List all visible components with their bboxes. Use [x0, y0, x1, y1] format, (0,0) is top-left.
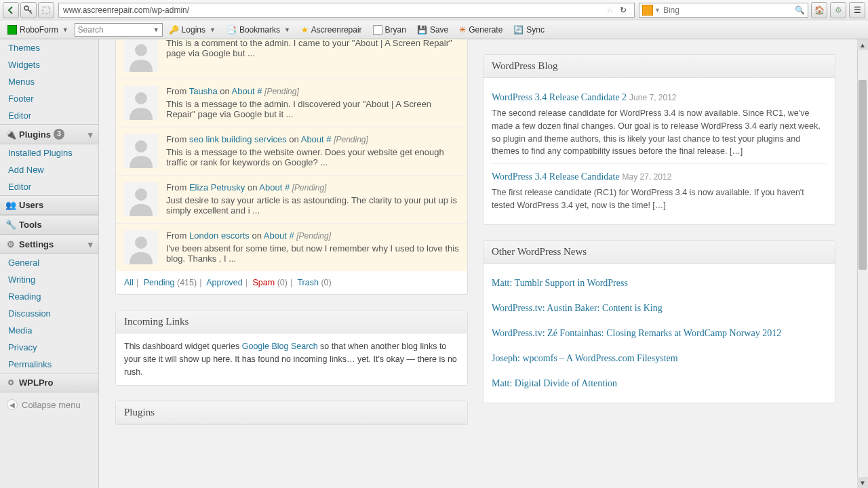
star-icon: ★ — [301, 25, 309, 35]
url-text: www.ascreenrepair.com/wp-admin/ — [63, 5, 604, 15]
sidebar-item-add-new[interactable]: Add New — [0, 161, 98, 178]
sync-button[interactable]: 🔄Sync — [509, 22, 549, 37]
sidebar-item-menus[interactable]: Menus — [0, 73, 98, 90]
star-icon[interactable]: ☆ — [606, 5, 614, 15]
plugin-icon: 🔌 — [5, 129, 16, 140]
key-icon: 🔑 — [169, 25, 179, 35]
roboform-search[interactable]: Search▼ — [75, 23, 163, 37]
collapse-menu[interactable]: ◀ Collapse menu — [0, 392, 98, 417]
news-link[interactable]: WordPress.tv: Zé Fontainhas: Closing Rem… — [492, 321, 827, 346]
incoming-links-widget: Incoming Links This dashboard widget que… — [115, 310, 468, 386]
sidebar-item-installed-plugins[interactable]: Installed Plugins — [0, 144, 98, 161]
search-icon[interactable]: 🔍 — [795, 5, 805, 15]
comment-text: This is a comment to the admin. I came t… — [166, 39, 459, 58]
news-link[interactable]: WordPress 3.4 Release Candidate 2 — [492, 92, 627, 102]
sidebar-head-settings[interactable]: ⚙Settings▾ — [0, 235, 98, 254]
filter-pending[interactable]: Pending — [144, 278, 175, 287]
news-link[interactable]: Matt: Digital Divide of Attention — [492, 371, 827, 396]
gear-icon: ⚙ — [835, 5, 842, 15]
chevron-down-icon: ▼ — [62, 26, 68, 33]
sidebar-item-permalinks[interactable]: Permalinks — [0, 356, 98, 373]
home-icon: 🏠 — [814, 5, 825, 15]
addons-button[interactable]: ⚙ — [830, 2, 846, 18]
widget-title: WordPress Blog — [484, 55, 835, 78]
menu-icon: ☰ — [854, 5, 861, 15]
key-icon — [24, 5, 33, 15]
bookmarks-button[interactable]: 📑Bookmarks▼ — [222, 22, 295, 37]
sidebar-item-footer[interactable]: Footer — [0, 90, 98, 107]
sidebar-item-general[interactable]: General — [0, 254, 98, 271]
comment-target-link[interactable]: About # — [301, 134, 332, 144]
svg-rect-1 — [43, 7, 50, 14]
comment-text: Just desire to say your article is as as… — [166, 195, 459, 216]
filter-trash[interactable]: Trash — [297, 278, 319, 287]
ascreen-button[interactable]: ★Ascreenrepair — [296, 22, 367, 37]
browser-search-bar[interactable]: ▼ 🔍 — [639, 3, 808, 18]
back-button[interactable] — [3, 2, 19, 18]
sidebar-item-editor[interactable]: Editor — [0, 107, 98, 124]
scrollbar[interactable]: ▲ ▼ — [857, 39, 868, 488]
wordpress-blog-widget: WordPress Blog WordPress 3.4 Release Can… — [483, 54, 835, 225]
filter-spam[interactable]: Spam — [252, 278, 275, 287]
dropdown-icon[interactable]: ▼ — [654, 7, 660, 14]
avatar — [124, 86, 158, 120]
bookmark-button[interactable] — [38, 2, 54, 18]
roboform-toolbar: RoboForm▼ Search▼ 🔑Logins▼ 📑Bookmarks▼ ★… — [0, 20, 868, 39]
logins-button[interactable]: 🔑Logins▼ — [164, 22, 220, 37]
roboform-button[interactable]: RoboForm▼ — [3, 22, 73, 37]
identity-button[interactable] — [20, 2, 37, 18]
sidebar-item-privacy[interactable]: Privacy — [0, 339, 98, 356]
pending-tag: [Pending] — [296, 231, 331, 241]
scroll-thumb[interactable] — [859, 80, 867, 270]
recent-comments-widget: This is a comment to the admin. I came t… — [115, 39, 468, 295]
comment-target-link[interactable]: About # — [259, 182, 290, 192]
widget-title: Incoming Links — [116, 310, 467, 333]
reload-button[interactable]: ↻ — [616, 5, 630, 15]
comment-item: From seo link building services on About… — [116, 127, 467, 176]
google-blog-search-link[interactable]: Google Blog Search — [242, 342, 318, 351]
sidebar-item-themes[interactable]: Themes — [0, 39, 98, 56]
sidebar-head-wplpro[interactable]: ⭘WPLPro — [0, 373, 98, 392]
news-link[interactable]: Joseph: wpcomfs – A WordPress.com Filesy… — [492, 346, 827, 371]
sidebar-item-plugin-editor[interactable]: Editor — [0, 178, 98, 195]
comment-author-link[interactable]: London escorts — [189, 230, 250, 241]
settings-icon: ⚙ — [5, 239, 16, 249]
news-date: June 7, 2012 — [629, 93, 676, 102]
news-link[interactable]: WordPress 3.4 Release Candidate — [492, 171, 620, 182]
news-body: The first release candidate (RC1) for Wo… — [492, 186, 827, 212]
sidebar-item-media[interactable]: Media — [0, 322, 98, 339]
widget-title: Other WordPress News — [484, 241, 835, 264]
news-link[interactable]: Matt: Tumblr Support in WordPress — [492, 270, 827, 296]
scroll-up-icon[interactable]: ▲ — [857, 39, 868, 50]
generate-button[interactable]: ✳Generate — [454, 22, 507, 37]
filter-approved[interactable]: Approved — [206, 278, 243, 287]
menu-button[interactable]: ☰ — [849, 2, 865, 18]
sidebar-item-widgets[interactable]: Widgets — [0, 56, 98, 73]
sidebar-head-plugins[interactable]: 🔌 Plugins 3 ▾ — [0, 124, 98, 144]
url-bar[interactable]: www.ascreenrepair.com/wp-admin/ ☆ ↻ — [58, 3, 635, 18]
tools-icon: 🔧 — [5, 220, 16, 230]
comment-author-link[interactable]: Eliza Petrusky — [189, 182, 245, 192]
bryan-button[interactable]: Bryan — [368, 22, 411, 37]
save-icon: 💾 — [417, 25, 427, 35]
comment-author-link[interactable]: seo link building services — [189, 134, 287, 144]
save-button[interactable]: 💾Save — [412, 22, 453, 37]
news-item: WordPress 3.4 Release CandidateMay 27, 2… — [492, 164, 827, 218]
browser-search-input[interactable] — [663, 5, 795, 15]
sidebar-head-tools[interactable]: 🔧Tools — [0, 215, 98, 235]
identity-icon — [373, 25, 382, 35]
other-news-widget: Other WordPress News Matt: Tumblr Suppor… — [483, 240, 835, 403]
scroll-down-icon[interactable]: ▼ — [857, 477, 868, 488]
comment-author-link[interactable]: Tausha — [189, 86, 218, 96]
sidebar-item-writing[interactable]: Writing — [0, 271, 98, 288]
comment-target-link[interactable]: About # — [232, 86, 262, 96]
sidebar-item-reading[interactable]: Reading — [0, 288, 98, 305]
comment-from: From London escorts on About # [Pending] — [166, 230, 459, 241]
filter-all[interactable]: All — [124, 278, 134, 287]
news-link[interactable]: WordPress.tv: Austin Baker: Content is K… — [492, 296, 827, 321]
comment-target-link[interactable]: About # — [264, 230, 294, 241]
sidebar-head-users[interactable]: 👥Users — [0, 195, 98, 215]
svg-point-9 — [135, 188, 147, 201]
home-button[interactable]: 🏠 — [811, 2, 827, 18]
sidebar-item-discussion[interactable]: Discussion — [0, 305, 98, 322]
